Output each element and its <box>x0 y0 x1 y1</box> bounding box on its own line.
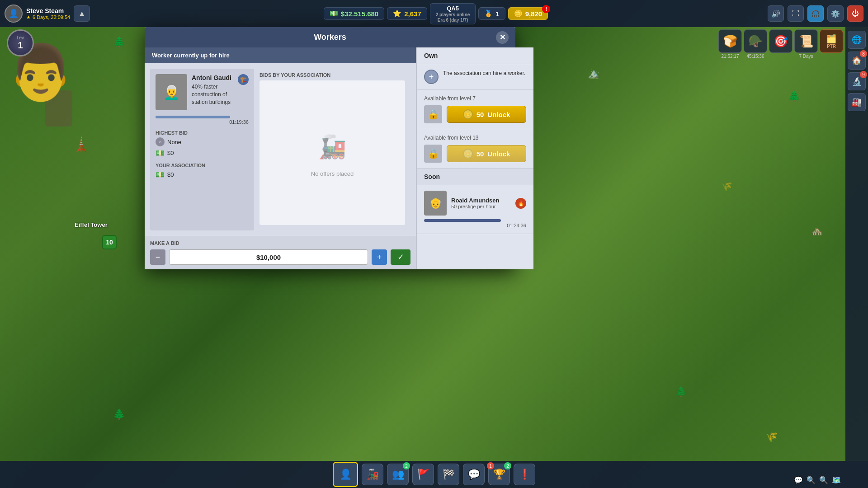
qa-display: QA5 2 players online Era 6 (day 1/7) <box>430 3 476 24</box>
soon-worker-desc: 50 prestige per hour <box>451 204 511 209</box>
player-time: ★6 Days, 22:09:54 <box>26 14 70 20</box>
unlock-button-13[interactable]: 🪙 50 Unlock <box>447 145 526 162</box>
hire-panel: Worker currently up for hire 👨‍🦳 Antoni … <box>145 47 416 269</box>
bottom-player-icon[interactable]: 👤 <box>333 462 358 487</box>
scroll-icon-box[interactable]: 📜 <box>794 29 818 53</box>
highest-bid-label: HIGHEST BID <box>156 130 249 136</box>
bottom-group-icon[interactable]: 👥 2 <box>387 464 409 485</box>
award-badge-top: 2 <box>504 462 511 469</box>
bottom-exclaim-icon[interactable]: ❗ <box>514 464 535 485</box>
bids-panel: BIDS BY YOUR ASSOCIATION 🚂 No offers pla… <box>254 69 410 230</box>
worker-name: Antoni Gaudi <box>192 74 233 81</box>
hud-center: 💵 $32.515.680 ⭐ 2,637 QA5 2 players onli… <box>104 3 768 24</box>
bottom-flag-icon[interactable]: 🚩 <box>412 464 434 485</box>
worker-desc: 40% faster construction of station build… <box>192 83 233 106</box>
worker-details: Antoni Gaudi 40% faster construction of … <box>192 74 233 106</box>
money-icon: 💵 <box>156 148 165 157</box>
bid-plus-button[interactable]: + <box>372 249 387 265</box>
own-panel: Own + The association can hire a worker.… <box>416 47 533 269</box>
hire-header: Worker currently up for hire <box>145 47 416 63</box>
top-icon-bread[interactable]: 🍞 21:52:17 <box>718 29 742 59</box>
unlock-coin-13: 🪙 <box>463 149 473 159</box>
soon-timer-bar <box>424 219 501 222</box>
soon-header: Soon <box>417 169 533 185</box>
money-bid-value: $0 <box>167 150 174 156</box>
soon-worker-name: Roald Amundsen <box>451 197 511 204</box>
worker-card: 👨‍🦳 Antoni Gaudi 40% faster construction… <box>150 69 254 230</box>
top-icon-helmet[interactable]: 🪖 45:15:36 <box>744 29 767 59</box>
worker-timer: 01:19:36 <box>156 119 249 125</box>
make-bid-label: MAKE A BID <box>150 240 410 246</box>
worker-avatar: 👨‍🦳 <box>156 74 187 110</box>
chat-bubble-icon[interactable]: 💬 <box>794 476 803 484</box>
sidebar-icon-house[interactable]: 🏠 8 <box>848 52 866 70</box>
player-avatar[interactable]: 👤 <box>5 5 23 23</box>
bottom-award-icon[interactable]: 🏆 2 1 <box>488 464 510 485</box>
timer-progress-bar <box>156 116 230 118</box>
alert-badge: ! <box>542 5 550 13</box>
modal-close-button[interactable]: ✕ <box>496 31 509 44</box>
top-icons-row: 🍞 21:52:17 🪖 45:15:36 🎯 📜 7 Days 🗂️ PTR <box>718 29 843 59</box>
workers-modal: Workers ✕ Worker currently up for hire 👨… <box>145 27 515 269</box>
lock-level13-text: Available from level 13 <box>424 135 526 141</box>
top-bar: 👤 Steve Steam ★6 Days, 22:09:54 ▲ 💵 $32.… <box>0 0 868 27</box>
unlock-button-7[interactable]: 🪙 50 Unlock <box>447 106 526 123</box>
soon-worker-badge: 🔥 <box>515 198 526 209</box>
bids-area: 🚂 No offers placed <box>259 80 405 225</box>
unlock-coin-7: 🪙 <box>463 109 473 119</box>
no-offers-text: No offers placed <box>311 170 354 177</box>
level-circle: Lev 1 <box>7 29 34 56</box>
helmet-timer: 45:15:36 <box>747 54 764 59</box>
bid-amount-input[interactable]: $10,000 <box>169 249 368 265</box>
lock-icon-7: 🔒 <box>424 105 442 123</box>
bid-none-icon: ○ <box>156 137 165 146</box>
target-icon-box[interactable]: 🎯 <box>769 29 793 53</box>
bid-confirm-button[interactable]: ✓ <box>391 249 410 265</box>
own-header: Own <box>417 47 533 64</box>
sidebar-icon-factory[interactable]: 🏭 <box>848 93 866 111</box>
settings-icon[interactable]: ⚙️ <box>827 5 844 22</box>
microscope-badge: 9 <box>860 71 867 78</box>
ptr-badge[interactable]: 🗂️ PTR <box>820 29 843 53</box>
helmet-icon-box[interactable]: 🪖 <box>744 29 767 53</box>
modal-title: Workers <box>314 33 346 42</box>
top-icon-ptr[interactable]: 🗂️ PTR <box>820 29 843 59</box>
fullscreen-icon[interactable]: ⛶ <box>788 5 804 22</box>
worker-card-wrapper: 👨‍🦳 Antoni Gaudi 40% faster construction… <box>156 74 249 179</box>
sound-icon[interactable]: 🔊 <box>768 5 784 22</box>
unlock-coin-amount-13: 50 <box>476 150 484 158</box>
zoom-out-icon[interactable]: 🔍 <box>819 476 828 484</box>
money-display: 💵 $32.515.680 <box>324 7 384 20</box>
map-icon[interactable]: 🗺️ <box>832 476 841 484</box>
headset-icon[interactable]: 🎧 <box>807 5 824 22</box>
player-name: Steve Steam <box>26 7 70 14</box>
lock-level7-text: Available from level 7 <box>424 95 526 102</box>
own-item-assoc: + The association can hire a worker. <box>417 64 533 90</box>
sidebar-icon-microscope[interactable]: 🔬 9 <box>848 72 866 90</box>
soon-timer-text: 01:24:36 <box>424 223 526 228</box>
zoom-in-icon[interactable]: 🔍 <box>807 476 816 484</box>
modal-header: Workers ✕ <box>145 27 515 47</box>
bid-minus-button[interactable]: − <box>150 249 165 265</box>
bottom-checkered-icon[interactable]: 🏁 <box>438 464 459 485</box>
assoc-label: YOUR ASSOCIATION <box>156 163 249 168</box>
power-icon[interactable]: ⏻ <box>847 5 863 22</box>
group-badge: 2 <box>403 462 410 469</box>
lock-icon-row-13: 🔒 🪙 50 Unlock <box>424 145 526 163</box>
player-section: 👤 Steve Steam ★6 Days, 22:09:54 ▲ <box>5 5 104 23</box>
make-bid-section: MAKE A BID − $10,000 + ✓ <box>145 236 416 269</box>
sidebar-icon-globe[interactable]: 🌐 <box>848 31 866 49</box>
own-item-assoc-text: The association can hire a worker. <box>443 70 525 77</box>
lock-icon-row-7: 🔒 🪙 50 Unlock <box>424 105 526 123</box>
assoc-money-icon: 💵 <box>156 170 165 179</box>
bottom-train-icon[interactable]: 🚂 <box>362 464 383 485</box>
top-icon-scroll[interactable]: 📜 7 Days <box>794 29 818 59</box>
scroll-timer: 7 Days <box>799 54 813 59</box>
highest-bid-row: ○ None <box>156 137 249 146</box>
bottom-chat-icon[interactable]: 💬 <box>463 464 485 485</box>
soon-worker-avatar: 👴 <box>424 191 447 216</box>
lock-item-level13: Available from level 13 🔒 🪙 50 Unlock <box>417 129 533 169</box>
bread-icon-box[interactable]: 🍞 <box>718 29 742 53</box>
top-icon-target[interactable]: 🎯 <box>769 29 793 59</box>
collapse-arrow[interactable]: ▲ <box>74 5 90 22</box>
